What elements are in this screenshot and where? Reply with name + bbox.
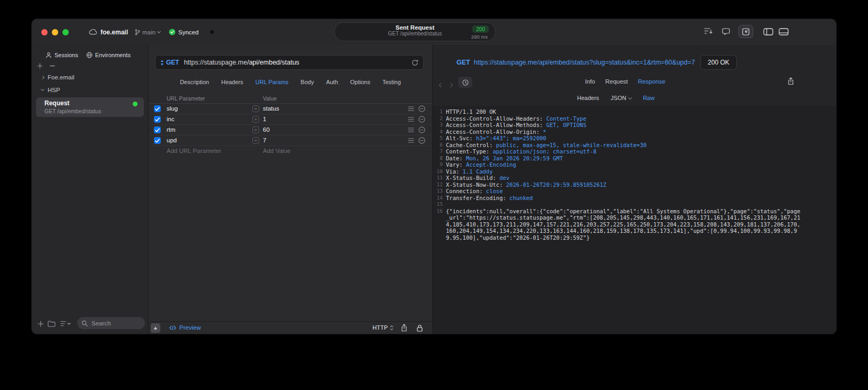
search-field[interactable] (77, 317, 145, 329)
protocol-selector[interactable]: HTTP (372, 324, 394, 331)
sidebar: Sessions Environments Fo (32, 45, 149, 334)
response-tab-info[interactable]: Info (585, 78, 595, 85)
line-text: Date: Mon, 26 Jan 2026 20:29:59 GMT (446, 155, 801, 162)
response-tab-response[interactable]: Response (638, 78, 665, 85)
line-text: Access-Control-Allow-Methods: GET, OPTIO… (446, 122, 801, 129)
expand-console-button[interactable] (151, 323, 160, 333)
request-tab-description[interactable]: Description (180, 79, 209, 85)
sort-requests-icon[interactable] (704, 28, 712, 34)
resend-request-icon[interactable] (412, 59, 418, 66)
response-subtabs: HeadersJSONRaw (577, 95, 654, 101)
response-method: GET (456, 59, 470, 66)
response-tab-request[interactable]: Request (605, 78, 628, 85)
sync-status[interactable]: Synced (169, 29, 198, 35)
remove-session-icon[interactable] (50, 65, 55, 67)
remove-param-icon[interactable] (418, 105, 425, 112)
sort-filter-icon[interactable] (60, 321, 71, 326)
param-checkbox[interactable] (154, 126, 161, 133)
line-number: 15 (433, 201, 443, 208)
response-subtab-headers[interactable]: Headers (577, 95, 599, 101)
project-info: foe.email main Synced (89, 19, 214, 45)
request-list-item[interactable]: Request GET /api/embed/status (36, 97, 144, 117)
drag-handle-icon[interactable] (408, 128, 414, 132)
add-request-icon[interactable] (38, 321, 44, 327)
param-table: slugstatusinc1rtm60upd7 Add URL Paramete… (149, 104, 432, 157)
param-value[interactable]: 60 (263, 126, 270, 133)
request-url-bar[interactable]: GET https://statuspage.me/api/embed/stat… (155, 55, 424, 70)
drag-handle-icon[interactable] (408, 106, 414, 111)
code-line: 16{"incidents":null,"overall":{"code":"o… (433, 208, 836, 241)
value-type-icon (252, 137, 259, 144)
remove-param-icon[interactable] (418, 137, 425, 144)
zoom-window-button[interactable] (62, 29, 69, 35)
request-tab-auth[interactable]: Auth (326, 79, 338, 85)
param-checkbox[interactable] (154, 105, 161, 112)
column-header-name: URL Parameter (167, 95, 205, 102)
minimize-window-button[interactable] (52, 29, 58, 35)
method-selector-icon[interactable] (160, 60, 164, 66)
search-icon (81, 320, 88, 326)
param-value[interactable]: status (263, 105, 279, 112)
line-text: Access-Control-Allow-Origin: * (446, 129, 801, 135)
request-tab-url-params[interactable]: URL Params (255, 79, 289, 85)
param-name[interactable]: slug (167, 105, 178, 112)
value-type-icon (252, 116, 259, 123)
param-name[interactable]: rtm (167, 126, 176, 133)
request-item-title: Request (44, 99, 69, 107)
line-text: Connection: close (446, 188, 801, 195)
add-param-value[interactable]: Add Value (263, 148, 290, 154)
tab-sessions[interactable]: Sessions (45, 52, 78, 58)
param-value[interactable]: 7 (263, 137, 266, 143)
app-window: foe.email main Synced Sent Requ (32, 19, 836, 334)
param-row: inc1 (149, 114, 432, 125)
history-back-icon[interactable] (440, 79, 443, 89)
request-tab-options[interactable]: Options (350, 79, 370, 85)
project-name[interactable]: foe.email (100, 29, 128, 36)
line-number: 12 (433, 182, 443, 188)
branch-selector[interactable]: main (135, 29, 160, 35)
param-checkbox[interactable] (154, 137, 161, 144)
request-tab-testing[interactable]: Testing (382, 79, 401, 85)
toggle-sidebar-icon[interactable] (763, 28, 773, 35)
response-subtab-json[interactable]: JSON (611, 95, 632, 101)
add-session-icon[interactable] (37, 63, 43, 69)
remove-param-icon[interactable] (418, 126, 425, 133)
sync-check-icon (169, 29, 176, 35)
tree-group-hsp[interactable]: HSP (41, 87, 60, 93)
search-input[interactable] (90, 320, 141, 327)
param-value[interactable]: 1 (263, 116, 266, 122)
export-response-icon[interactable] (788, 77, 794, 85)
duration-label: 280 ms (471, 34, 488, 40)
request-summary-pill[interactable]: Sent Request GET /api/embed/status 200 2… (334, 22, 496, 41)
tree-group-foe-email[interactable]: Foe.email (41, 74, 75, 80)
drag-handle-icon[interactable] (408, 138, 414, 143)
param-name[interactable]: upd (167, 137, 177, 143)
add-param-name[interactable]: Add URL Parameter (167, 148, 221, 154)
param-name[interactable]: inc (167, 116, 175, 122)
import-icon (742, 28, 750, 35)
remove-param-icon[interactable] (418, 116, 425, 123)
share-icon[interactable] (401, 324, 407, 332)
request-tab-headers[interactable]: Headers (221, 79, 243, 85)
line-number: 16 (433, 208, 443, 241)
history-button[interactable] (458, 77, 472, 88)
add-group-icon[interactable] (48, 321, 56, 327)
lock-icon[interactable] (417, 324, 423, 332)
history-forward-icon[interactable] (449, 79, 452, 89)
request-url[interactable]: https://statuspage.me/api/embed/status (184, 59, 299, 66)
param-checkbox[interactable] (154, 116, 161, 123)
drag-handle-icon[interactable] (408, 117, 414, 122)
close-window-button[interactable] (41, 29, 48, 35)
clock-icon (462, 79, 469, 86)
response-url: https://statuspage.me/api/embed/status?s… (474, 59, 695, 66)
toggle-bottom-panel-icon[interactable] (779, 28, 789, 35)
import-response-button[interactable] (738, 25, 753, 38)
request-method[interactable]: GET (166, 59, 179, 66)
tab-environments[interactable]: Environments (86, 52, 131, 58)
response-subtab-raw[interactable]: Raw (643, 95, 654, 101)
code-icon (169, 325, 176, 330)
request-tab-body[interactable]: Body (300, 79, 314, 85)
param-rows: slugstatusinc1rtm60upd7 (149, 104, 432, 146)
code-preview-button[interactable]: Preview (169, 324, 201, 331)
comment-icon[interactable] (722, 28, 730, 35)
